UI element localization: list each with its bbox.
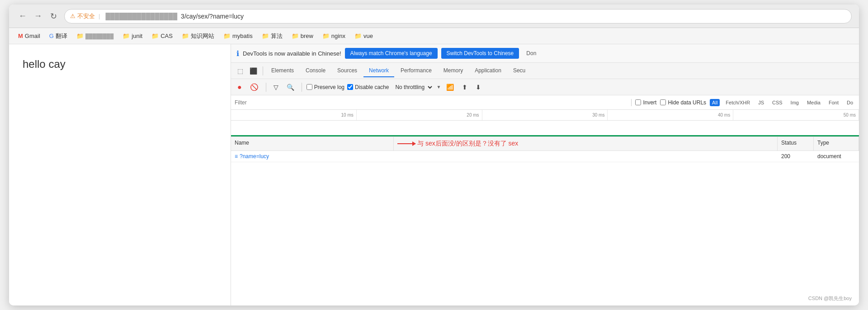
bookmark-nginx[interactable]: 📁 nginx <box>319 31 349 41</box>
bookmark-brew[interactable]: 📁 brew <box>288 31 317 41</box>
devtools-notification: ℹ DevTools is now available in Chinese! … <box>231 44 859 63</box>
bookmark-brew-label: brew <box>301 33 313 39</box>
bookmark-cas-label: CAS <box>160 33 173 39</box>
filter-js-button[interactable]: JS <box>756 99 766 106</box>
switch-language-button[interactable]: Switch DevTools to Chinese <box>441 48 519 59</box>
throttling-arrow: ▼ <box>436 85 441 89</box>
filter-css-button[interactable]: CSS <box>770 99 785 106</box>
invert-checkbox[interactable] <box>635 99 641 105</box>
gmail-icon: M <box>18 33 23 39</box>
bookmark-mybatis-label: mybatis <box>232 33 253 39</box>
filter-fetch-xhr-button[interactable]: Fetch/XHR <box>723 99 752 106</box>
page-content: hello cay <box>9 44 231 305</box>
match-language-button[interactable]: Always match Chrome's language <box>345 48 438 59</box>
upload-icon[interactable]: ⬆ <box>459 82 470 92</box>
network-table-header: Name 与 sex后面没/的区别是？没有了 sex Status Type <box>231 137 859 151</box>
filter-divider <box>631 99 632 106</box>
row-name: ≡ ?name=lucy <box>231 151 394 162</box>
bookmark-unnamed[interactable]: 📁 ████████ <box>73 31 117 41</box>
table-row[interactable]: ≡ ?name=lucy 200 document <box>231 151 859 162</box>
tab-performance[interactable]: Performance <box>395 65 437 77</box>
annotation-arrow <box>397 143 415 144</box>
tab-application[interactable]: Application <box>469 65 507 77</box>
bookmark-translate[interactable]: G 翻译 <box>46 30 71 42</box>
warning-icon: ⚠ <box>70 13 75 19</box>
filter-img-button[interactable]: Img <box>788 99 801 106</box>
col-name-header: Name <box>231 137 394 150</box>
invert-label[interactable]: Invert <box>635 99 656 106</box>
bookmark-junit[interactable]: 📁 junit <box>119 31 146 41</box>
bookmark-gmail[interactable]: M Gmail <box>14 31 44 41</box>
tick-40ms: 40 ms <box>608 110 733 120</box>
toolbar-divider-2 <box>302 83 302 92</box>
search-icon[interactable]: 🔍 <box>284 82 297 92</box>
filter-doc-button[interactable]: Do <box>844 99 855 106</box>
forward-button[interactable]: → <box>32 10 44 23</box>
filter-input[interactable] <box>235 99 627 106</box>
row-type: document <box>814 151 859 162</box>
timeline-area: 10 ms 20 ms 30 ms 40 ms 50 ms <box>231 110 859 137</box>
network-table: Name 与 sex后面没/的区别是？没有了 sex Status Type ≡… <box>231 137 859 305</box>
tab-console[interactable]: Console <box>300 65 331 77</box>
folder-icon-mybatis: 📁 <box>223 33 231 39</box>
bookmark-vue[interactable]: 📁 vue <box>351 31 377 41</box>
cursor-icon[interactable]: ⬚ <box>235 66 246 76</box>
back-button[interactable]: ← <box>16 10 29 23</box>
tab-security[interactable]: Secu <box>508 65 531 77</box>
filter-font-button[interactable]: Font <box>826 99 841 106</box>
filter-media-button[interactable]: Media <box>805 99 823 106</box>
clear-button[interactable]: 🚫 <box>247 82 261 93</box>
bookmark-mybatis[interactable]: 📁 mybatis <box>220 31 256 41</box>
annotation-text: 与 sex后面没/的区别是？没有了 sex <box>417 140 518 148</box>
folder-icon-zhishi: 📁 <box>182 33 189 39</box>
tab-sources[interactable]: Sources <box>332 65 363 77</box>
bookmark-suanfa-label: 算法 <box>271 32 283 40</box>
tab-memory[interactable]: Memory <box>438 65 468 77</box>
devtools-tabs: ⬚ ⬛ Elements Console Sources Network Per… <box>231 63 859 79</box>
tab-elements[interactable]: Elements <box>266 65 299 77</box>
security-warning: ⚠ 不安全 | <box>70 12 102 20</box>
devtools-panel: ℹ DevTools is now available in Chinese! … <box>231 44 859 305</box>
folder-icon-vue: 📁 <box>354 33 362 39</box>
dont-button[interactable]: Don <box>523 48 540 59</box>
bookmark-zhishi[interactable]: 📁 知识网站 <box>178 30 218 42</box>
bookmark-translate-label: 翻译 <box>56 32 67 40</box>
filter-all-button[interactable]: All <box>710 99 720 106</box>
translate-icon: G <box>49 33 54 39</box>
hide-data-urls-label[interactable]: Hide data URLs <box>660 99 706 106</box>
wifi-icon[interactable]: 📶 <box>443 82 457 92</box>
bookmark-suanfa[interactable]: 📁 算法 <box>258 30 286 42</box>
hide-data-urls-checkbox[interactable] <box>660 99 666 105</box>
url-hidden-part: ████████████████ <box>105 13 177 20</box>
address-bar[interactable]: ⚠ 不安全 | ████████████████ 3/cay/sex/?name… <box>64 9 852 23</box>
record-button[interactable]: ● <box>235 82 245 93</box>
preserve-log-checkbox[interactable] <box>307 84 312 90</box>
col-annotation: 与 sex后面没/的区别是？没有了 sex <box>394 137 778 150</box>
bookmark-junit-label: junit <box>132 33 142 39</box>
timeline-ruler: 10 ms 20 ms 30 ms 40 ms 50 ms <box>231 110 859 121</box>
folder-icon: 📁 <box>76 33 84 39</box>
folder-icon-brew: 📁 <box>292 33 299 39</box>
folder-icon-junit: 📁 <box>123 33 130 39</box>
folder-icon-nginx: 📁 <box>322 33 330 39</box>
timeline-green-line <box>231 135 859 136</box>
bookmarks-bar: M Gmail G 翻译 📁 ████████ 📁 junit 📁 CAS 📁 … <box>9 28 859 44</box>
col-status-header: Status <box>778 137 814 150</box>
bookmark-vue-label: vue <box>363 33 373 39</box>
tab-divider <box>263 66 263 75</box>
bookmark-cas[interactable]: 📁 CAS <box>148 31 176 41</box>
reload-button[interactable]: ↻ <box>47 10 60 23</box>
inspect-icon[interactable]: ⬛ <box>247 66 260 76</box>
annotation-container: 与 sex后面没/的区别是？没有了 sex <box>397 140 774 148</box>
tab-network[interactable]: Network <box>363 65 394 77</box>
row-status: 200 <box>778 151 814 162</box>
bookmark-gmail-label: Gmail <box>25 33 40 39</box>
notification-text: DevTools is now available in Chinese! <box>243 50 341 57</box>
bookmark-unnamed-label: ████████ <box>85 33 113 39</box>
preserve-log-label[interactable]: Preserve log <box>307 84 344 90</box>
disable-cache-checkbox[interactable] <box>347 84 353 90</box>
throttling-select[interactable]: No throttling <box>392 83 434 92</box>
disable-cache-label[interactable]: Disable cache <box>347 84 389 90</box>
download-icon[interactable]: ⬇ <box>473 82 484 92</box>
filter-icon[interactable]: ▽ <box>271 82 281 92</box>
